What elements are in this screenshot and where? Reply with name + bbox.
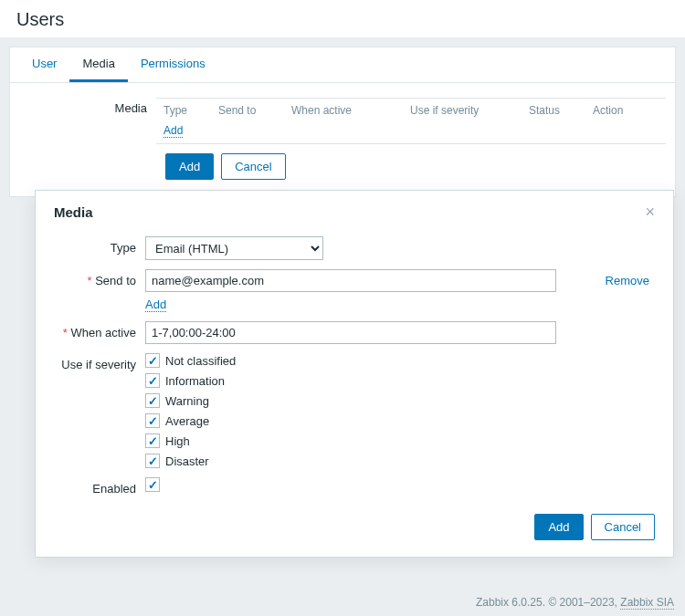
severity-high: High xyxy=(145,433,655,448)
label-severity: Use if severity xyxy=(54,353,145,371)
media-add-link[interactable]: Add xyxy=(163,124,183,138)
label-enabled: Enabled xyxy=(54,477,145,496)
severity-disaster: Disaster xyxy=(145,454,655,468)
checkbox-high[interactable] xyxy=(145,433,160,448)
col-action: Action xyxy=(593,104,638,117)
row-severity: Use if severity Not classified Informati… xyxy=(54,353,655,468)
close-icon[interactable]: × xyxy=(645,204,655,220)
checkbox-enabled[interactable] xyxy=(145,477,160,492)
when-active-input[interactable] xyxy=(145,321,556,344)
footer: Zabbix 6.0.25. © 2001–2023, Zabbix SIA xyxy=(476,596,674,609)
page-header: Users xyxy=(0,0,685,37)
sendto-add-link[interactable]: Add xyxy=(145,298,166,312)
severity-average: Average xyxy=(145,413,655,428)
add-button[interactable]: Add xyxy=(165,153,214,180)
media-row: Media Type Send to When active Use if se… xyxy=(19,98,666,144)
label-sendto: * Send to xyxy=(54,269,145,287)
col-status: Status xyxy=(529,104,593,117)
tab-media[interactable]: Media xyxy=(69,47,127,82)
tab-user[interactable]: User xyxy=(19,47,69,82)
page-title: Users xyxy=(16,9,669,30)
severity-label: Average xyxy=(165,414,209,428)
remove-link[interactable]: Remove xyxy=(606,274,649,287)
sendto-input[interactable] xyxy=(145,269,556,292)
col-type: Type xyxy=(163,104,218,117)
media-label: Media xyxy=(19,98,156,115)
tab-permissions[interactable]: Permissions xyxy=(128,47,218,82)
severity-label: Information xyxy=(165,374,225,388)
row-sendto: * Send to Remove Add xyxy=(54,269,655,312)
tabs: User Media Permissions xyxy=(10,47,675,83)
label-when: * When active xyxy=(54,321,145,339)
checkbox-not-classified[interactable] xyxy=(145,353,160,368)
content-box: User Media Permissions Media Type Send t… xyxy=(9,47,676,197)
severity-information: Information xyxy=(145,373,655,388)
footer-link[interactable]: Zabbix SIA xyxy=(620,596,674,610)
row-type: Type Email (HTML) xyxy=(54,236,655,260)
modal-header: Media × xyxy=(54,204,655,220)
footer-text: Zabbix 6.0.25. © 2001–2023, xyxy=(476,596,620,609)
col-sendto: Send to xyxy=(218,104,291,117)
modal-buttons: Add Cancel xyxy=(54,514,655,540)
modal-add-button[interactable]: Add xyxy=(534,514,583,540)
checkbox-information[interactable] xyxy=(145,373,160,388)
severity-label: High xyxy=(165,434,190,448)
row-when: * When active xyxy=(54,321,655,344)
label-type: Type xyxy=(54,236,145,255)
media-form-area: Media Type Send to When active Use if se… xyxy=(10,83,675,196)
severity-not-classified: Not classified xyxy=(145,353,655,368)
severity-label: Not classified xyxy=(165,354,236,368)
modal-cancel-button[interactable]: Cancel xyxy=(591,514,655,540)
severity-list: Not classified Information Warning Avera… xyxy=(145,353,655,468)
severity-label: Warning xyxy=(165,394,209,408)
checkbox-disaster[interactable] xyxy=(145,454,160,468)
checkbox-average[interactable] xyxy=(145,413,160,428)
media-table: Type Send to When active Use if severity… xyxy=(156,98,666,144)
media-table-head: Type Send to When active Use if severity… xyxy=(156,99,666,122)
checkbox-warning[interactable] xyxy=(145,393,160,408)
severity-label: Disaster xyxy=(165,454,209,468)
col-severity: Use if severity xyxy=(410,104,529,117)
col-when: When active xyxy=(291,104,410,117)
media-modal: Media × Type Email (HTML) * Send to Remo… xyxy=(35,190,674,558)
form-buttons: Add Cancel xyxy=(19,153,666,180)
row-enabled: Enabled xyxy=(54,477,655,496)
severity-warning: Warning xyxy=(145,393,655,408)
cancel-button[interactable]: Cancel xyxy=(221,153,285,180)
type-select[interactable]: Email (HTML) xyxy=(145,236,323,260)
modal-title: Media xyxy=(54,204,93,220)
